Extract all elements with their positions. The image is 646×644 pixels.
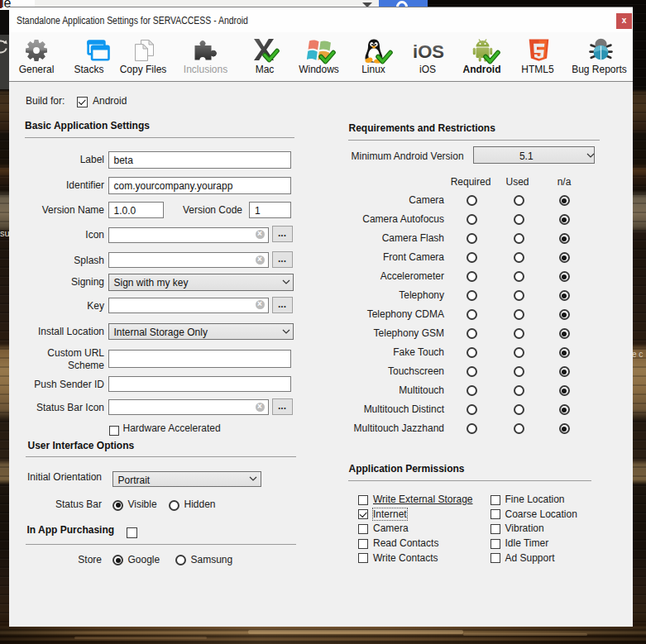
svg-text:iOS: iOS bbox=[413, 41, 444, 62]
